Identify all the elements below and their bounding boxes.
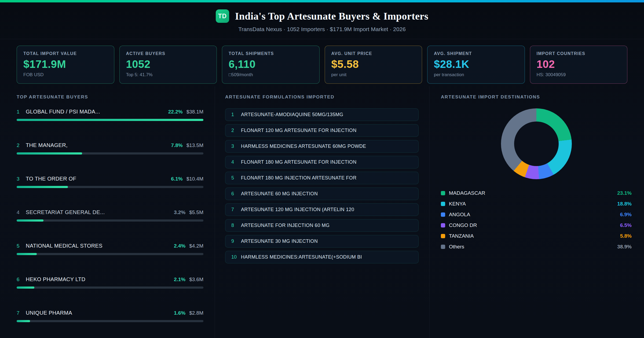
stat-label: AVG. SHIPMENT <box>434 51 518 56</box>
transdata-logo: TD <box>216 9 229 23</box>
formulation-rank: 7 <box>231 207 241 212</box>
stat-sub: per unit <box>331 72 416 78</box>
buyer-share-bar-fill <box>17 320 30 322</box>
buyer-share-bar-fill <box>17 286 34 289</box>
formulation-rank: 3 <box>231 144 241 149</box>
legend-pct: 38.9% <box>617 244 632 250</box>
buyer-rank: 4 <box>17 209 22 216</box>
legend-label: Others <box>449 244 464 250</box>
buyer-share-bar <box>17 286 203 289</box>
legend-label: ANGOLA <box>449 212 470 218</box>
destinations-section: ARTESUNATE IMPORT DESTINATIONS MADAGASCA… <box>429 86 644 338</box>
legend-pct: 6.9% <box>620 212 632 218</box>
buyer-share-bar-fill <box>17 152 82 155</box>
formulation-item: 10HARMLESS MEDICINES:ARTESUNATE(+SODIUM … <box>225 251 419 263</box>
buyer-share-bar <box>17 152 203 155</box>
formulations-section: ARTESUNATE FORMULATIONS IMPORTED 1ARTESU… <box>215 86 429 338</box>
donut-hole <box>514 122 559 166</box>
buyer-amount: $3.6M <box>189 276 203 283</box>
page-subtitle: TransData Nexus · 1052 Importers · $171.… <box>0 26 644 32</box>
formulation-rank: 9 <box>231 238 241 244</box>
buyer-line: 2THE MANAGER,7.8%$13.5M <box>17 142 203 149</box>
legend-pct: 6.5% <box>620 222 632 228</box>
legend-item-madagascar: MADAGASCAR23.1% <box>441 188 632 199</box>
main-content: TOP ARTESUNATE BUYERS 1GLOBAL FUND / PSI… <box>0 86 644 338</box>
buyer-name: THE MANAGER, <box>26 142 167 148</box>
buyer-share-bar-fill <box>17 253 37 255</box>
stat-sub: FOB USD <box>23 72 108 78</box>
legend-item-angola: ANGOLA6.9% <box>441 209 632 220</box>
buyer-rank: 7 <box>17 310 22 316</box>
buyer-amount: $10.4M <box>186 176 203 182</box>
formulation-name: ARTESUNATE-AMODIAQUINE 50MG/135MG <box>241 112 343 117</box>
buyer-amount: $38.1M <box>186 109 203 115</box>
buyer-line: 6HEKO PHARMACY LTD2.1%$3.6M <box>17 276 203 283</box>
buyer-row: 7UNIQUE PHARMA1.6%$2.8M <box>17 310 203 322</box>
legend-swatch <box>441 212 445 217</box>
stat-sub: per transaction <box>434 72 518 78</box>
formulation-item: 8ARTESUNATE FOR INJECTION 60 MG <box>225 219 419 232</box>
buyer-amount: $4.2M <box>189 243 203 249</box>
buyer-row: 3TO THE ORDER OF6.1%$10.4M <box>17 175 203 188</box>
stat-card-active-buyers: ACTIVE BUYERS1052Top 5: 41.7% <box>119 46 217 84</box>
buyer-share-bar <box>17 219 203 222</box>
destinations-section-title: ARTESUNATE IMPORT DESTINATIONS <box>441 94 632 100</box>
legend-label: TANZANIA <box>449 233 474 239</box>
buyer-share-pct: 1.6% <box>174 310 185 316</box>
buyer-share-bar-fill <box>17 219 43 222</box>
buyer-line: 1GLOBAL FUND / PSI MADA...22.2%$38.1M <box>17 108 203 115</box>
title-row: TD India's Top Artesunate Buyers & Impor… <box>216 9 429 23</box>
formulation-item: 3HARMLESS MEDICINES ARTESUNATE 60MG POWD… <box>225 140 419 153</box>
stat-card-avg-shipment: AVG. SHIPMENT$28.1Kper transaction <box>427 46 525 84</box>
legend-swatch <box>441 191 445 195</box>
buyer-share-pct: 2.4% <box>174 243 185 249</box>
formulation-item: 7ARTESUNATE 120 MG INJECTION (ARTELIN 12… <box>225 203 419 216</box>
buyer-row: 1GLOBAL FUND / PSI MADA...22.2%$38.1M <box>17 108 203 121</box>
buyer-name: TO THE ORDER OF <box>26 175 167 182</box>
buyer-share-bar <box>17 320 203 322</box>
stat-sub: Top 5: 41.7% <box>126 72 210 78</box>
legend-swatch <box>441 223 445 227</box>
formulation-rank: 1 <box>231 112 241 117</box>
formulation-rank: 4 <box>231 159 241 165</box>
formulations-list: 1ARTESUNATE-AMODIAQUINE 50MG/135MG2FLONA… <box>225 108 419 263</box>
buyer-share-pct: 7.8% <box>171 142 182 149</box>
buyer-rank: 1 <box>17 109 22 115</box>
buyer-row: 5NATIONAL MEDICAL STORES2.4%$4.2M <box>17 243 203 255</box>
buyer-row: 4SECRETARIAT GENERAL DE...3.2%$5.5M <box>17 209 203 222</box>
buyer-share-bar <box>17 119 203 121</box>
legend-item-congo-dr: CONGO DR6.5% <box>441 220 632 231</box>
formulation-rank: 2 <box>231 128 241 133</box>
stats-row: TOTAL IMPORT VALUE$171.9MFOB USDACTIVE B… <box>0 39 644 84</box>
buyers-list: 1GLOBAL FUND / PSI MADA...22.2%$38.1M2TH… <box>17 108 203 322</box>
buyer-share-bar <box>17 186 203 188</box>
stat-label: ACTIVE BUYERS <box>126 51 210 56</box>
buyer-share-pct: 2.1% <box>174 276 185 283</box>
stat-value: $171.9M <box>23 58 108 70</box>
stat-value: 102 <box>537 58 621 70</box>
buyer-line: 4SECRETARIAT GENERAL DE...3.2%$5.5M <box>17 209 203 216</box>
formulation-name: ARTESUNATE 120 MG INJECTION (ARTELIN 120 <box>241 207 354 212</box>
formulation-name: ARTESUNATE FOR INJECTION 60 MG <box>241 223 330 228</box>
header: TD India's Top Artesunate Buyers & Impor… <box>0 2 644 39</box>
formulation-name: ARTESUNATE 30 MG INJECTION <box>241 238 318 244</box>
buyer-share-pct: 6.1% <box>171 176 182 182</box>
formulations-section-title: ARTESUNATE FORMULATIONS IMPORTED <box>225 94 419 100</box>
destinations-legend: MADAGASCAR23.1%KENYA18.8%ANGOLA6.9%CONGO… <box>441 188 632 252</box>
formulation-name: FLONART 180 MG ARTESUNATE FOR INJECTION <box>241 159 356 165</box>
legend-pct: 5.8% <box>620 233 632 239</box>
formulation-item: 2FLONART 120 MG ARTESUNATE FOR INJECTION <box>225 124 419 137</box>
stat-sub: HS: 30049059 <box>537 72 621 78</box>
buyer-rank: 5 <box>17 243 22 249</box>
legend-pct: 18.8% <box>617 201 632 207</box>
buyer-name: GLOBAL FUND / PSI MADA... <box>26 108 164 115</box>
formulation-name: FLONART 120 MG ARTESUNATE FOR INJECTION <box>241 128 356 133</box>
stat-value: 6,110 <box>229 58 313 70</box>
stat-value: 1052 <box>126 58 210 70</box>
stat-label: TOTAL IMPORT VALUE <box>23 51 108 56</box>
stat-card-avg-unit-price: AVG. UNIT PRICE$5.58per unit <box>325 46 422 84</box>
formulation-name: HARMLESS MEDICINES ARTESUNATE 60MG POWDE <box>241 144 366 149</box>
top-gradient-bar <box>0 0 644 2</box>
buyer-row: 2THE MANAGER,7.8%$13.5M <box>17 142 203 155</box>
destinations-donut-chart <box>501 108 572 179</box>
